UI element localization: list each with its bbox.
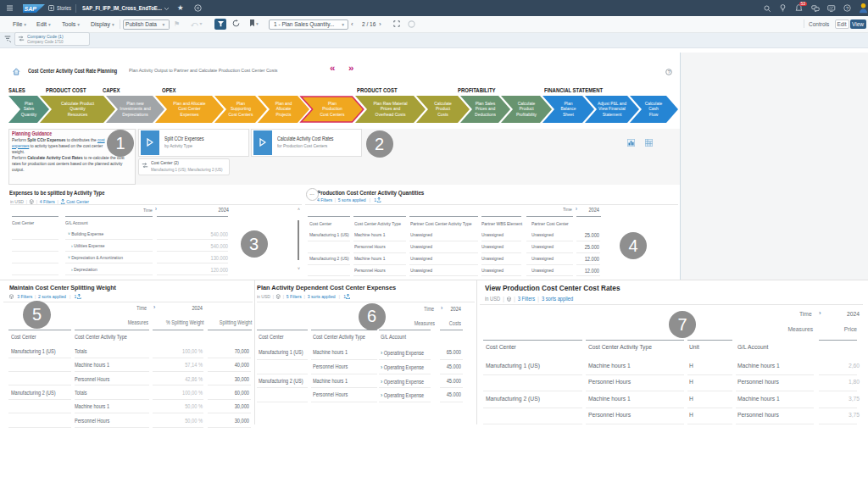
svg-text:?: ? [846,6,849,11]
svg-text:?: ? [668,69,670,75]
svg-text:SAP: SAP [25,5,37,11]
